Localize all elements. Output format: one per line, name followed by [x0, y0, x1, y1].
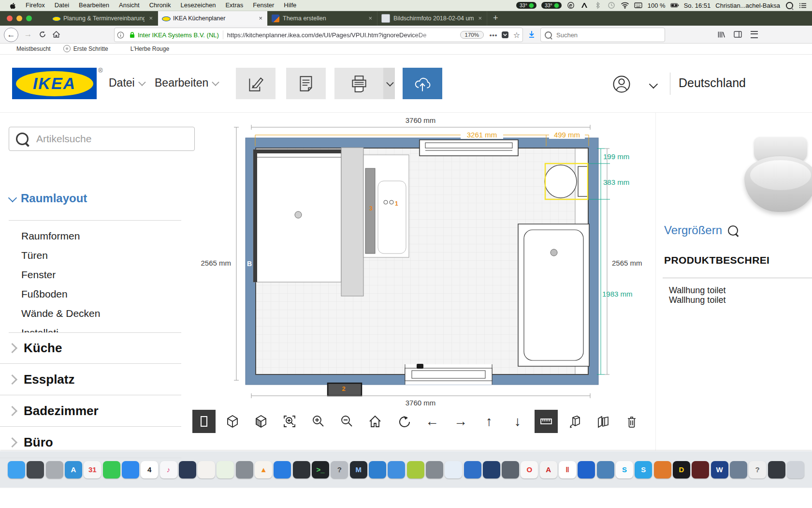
- close-window-button[interactable]: [7, 15, 13, 21]
- bookmark-item[interactable]: Erste Schritte: [63, 45, 108, 52]
- url-bar[interactable]: Inter IKEA Systems B.V. (NL) https://kit…: [114, 28, 523, 42]
- pan-down-button[interactable]: ↓: [506, 410, 529, 433]
- dock-app-icon[interactable]: [445, 461, 462, 478]
- print-button[interactable]: [334, 68, 383, 99]
- dock-app-icon[interactable]: [502, 461, 519, 478]
- elevation-button[interactable]: [563, 410, 586, 433]
- sidebar-nav-item[interactable]: Fußboden: [21, 284, 181, 304]
- dock-app-icon[interactable]: [274, 461, 291, 478]
- measure-button[interactable]: [535, 410, 558, 433]
- enlarge-link[interactable]: Vergrößern: [664, 224, 738, 237]
- zoom-in-button[interactable]: [306, 410, 330, 433]
- bookmark-star-icon[interactable]: ☆: [511, 29, 522, 41]
- dock-app-icon[interactable]: A: [65, 461, 82, 478]
- toilet-selected[interactable]: [545, 164, 588, 199]
- sidebar-nav-item[interactable]: Installati: [21, 323, 181, 332]
- temperature-badge-2[interactable]: 33°: [541, 2, 562, 9]
- dock-app-icon[interactable]: [654, 461, 671, 478]
- dock-app-icon[interactable]: [8, 461, 25, 478]
- time-machine-icon[interactable]: [607, 1, 616, 10]
- browser-tab[interactable]: Thema erstellen ×: [268, 11, 377, 26]
- menubar-item[interactable]: Extras: [220, 0, 248, 11]
- dock-app-icon[interactable]: [46, 461, 63, 478]
- pan-up-button[interactable]: ↑: [478, 410, 501, 433]
- dock-app-icon[interactable]: [369, 461, 386, 478]
- dock-app-icon[interactable]: [179, 461, 196, 478]
- window[interactable]: [420, 140, 518, 156]
- dock-app-icon[interactable]: [122, 461, 139, 478]
- dock-app-icon[interactable]: M: [350, 461, 367, 478]
- pan-right-button[interactable]: →: [449, 410, 472, 433]
- dock-app-icon[interactable]: [27, 461, 44, 478]
- dock-app-icon[interactable]: [597, 461, 614, 478]
- menubar-item[interactable]: Chronik: [145, 0, 176, 11]
- dock-app-icon[interactable]: W: [711, 461, 728, 478]
- menubar-clock[interactable]: So. 16:51: [684, 2, 711, 9]
- tab-close-icon[interactable]: ×: [477, 15, 483, 22]
- bookmark-item[interactable]: Meistbesucht: [7, 45, 51, 52]
- downloads-button[interactable]: [525, 28, 538, 41]
- dock-app-icon[interactable]: [578, 461, 595, 478]
- dock-app-icon[interactable]: O: [521, 461, 538, 478]
- tab-close-icon[interactable]: ×: [258, 15, 263, 22]
- minimize-window-button[interactable]: [16, 15, 22, 21]
- edit-menu[interactable]: Bearbeiten: [155, 76, 218, 90]
- dock-app-icon[interactable]: [426, 461, 443, 478]
- browser-tab[interactable]: IKEA Küchenplaner ×: [158, 11, 268, 26]
- sidebar-nav-item[interactable]: Türen: [21, 246, 181, 265]
- sidebar-section-row[interactable]: Essplatz: [0, 364, 181, 395]
- dock-app-icon[interactable]: [787, 461, 804, 478]
- account-button[interactable]: [611, 74, 632, 95]
- dock-app-icon[interactable]: 31: [84, 461, 101, 478]
- floorplan-canvas[interactable]: B 3 1 2: [188, 112, 655, 409]
- dock-app-icon[interactable]: [198, 461, 215, 478]
- keyboard-viewer-icon[interactable]: [634, 1, 643, 10]
- spotlight-search-icon[interactable]: [785, 1, 794, 10]
- forward-button[interactable]: →: [21, 28, 35, 41]
- evernote-menu-icon[interactable]: [566, 1, 575, 10]
- print-dropdown-button[interactable]: [383, 68, 395, 99]
- notes-button[interactable]: [286, 68, 326, 99]
- new-tab-button[interactable]: +: [487, 11, 504, 26]
- article-search-box[interactable]: [9, 127, 195, 151]
- dock-app-icon[interactable]: ?: [749, 461, 766, 478]
- dock-app-icon[interactable]: [768, 461, 785, 478]
- rotate-view-button[interactable]: [392, 410, 415, 433]
- zoom-selection-button[interactable]: [278, 410, 301, 433]
- account-dropdown[interactable]: [650, 81, 656, 90]
- dock-app-icon[interactable]: ▲: [255, 461, 272, 478]
- file-menu[interactable]: Datei: [109, 76, 144, 90]
- menubar-item[interactable]: Bearbeiten: [74, 0, 114, 11]
- bluetooth-icon[interactable]: [594, 1, 602, 10]
- partition-wall[interactable]: [341, 148, 363, 296]
- pocket-icon[interactable]: [499, 29, 511, 41]
- view-3d-button[interactable]: [221, 410, 244, 433]
- save-upload-button[interactable]: [403, 68, 442, 99]
- ikea-logo[interactable]: IKEA: [12, 68, 97, 99]
- zoom-window-button[interactable]: [26, 15, 32, 21]
- walls-view-button[interactable]: [592, 410, 615, 433]
- page-actions-icon[interactable]: •••: [488, 29, 499, 41]
- avira-menu-icon[interactable]: [580, 1, 589, 10]
- reload-button[interactable]: [36, 28, 49, 41]
- delete-button[interactable]: [620, 410, 643, 433]
- dock-app-icon[interactable]: S: [635, 461, 652, 478]
- door[interactable]: [405, 364, 492, 385]
- apple-menu-icon[interactable]: [5, 2, 21, 9]
- dock-app-icon[interactable]: [407, 461, 424, 478]
- browser-search-bar[interactable]: [540, 28, 665, 42]
- pan-left-button[interactable]: ←: [420, 410, 444, 433]
- sidebar-section-row[interactable]: Küche: [0, 332, 181, 364]
- dock-app-icon[interactable]: ?: [331, 461, 348, 478]
- menubar-item[interactable]: Datei: [50, 0, 74, 11]
- dock-app-icon[interactable]: [217, 461, 234, 478]
- menubar-item[interactable]: Ansicht: [114, 0, 145, 11]
- dock-app-icon[interactable]: 4: [141, 461, 158, 478]
- battery-icon[interactable]: [670, 1, 679, 10]
- dock-app-icon[interactable]: [730, 461, 747, 478]
- sidebar-section-raumlayout[interactable]: Raumlayout: [9, 192, 87, 205]
- menubar-item[interactable]: Firefox: [21, 0, 50, 11]
- bathtub[interactable]: [518, 224, 589, 366]
- dock-app-icon[interactable]: A: [540, 461, 557, 478]
- bookmark-item[interactable]: L'Herbe Rouge: [121, 45, 169, 52]
